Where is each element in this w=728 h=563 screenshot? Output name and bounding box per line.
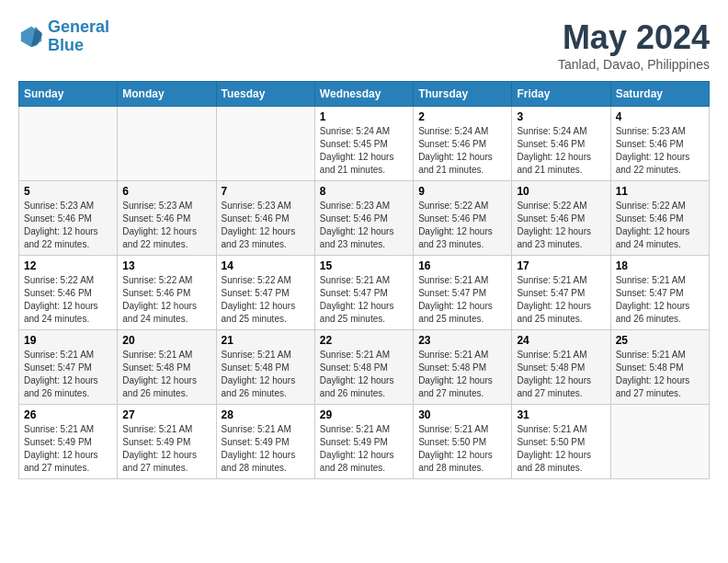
table-row bbox=[216, 107, 314, 181]
day-info: Sunrise: 5:21 AM Sunset: 5:50 PM Dayligh… bbox=[418, 423, 506, 475]
col-sunday: Sunday bbox=[19, 82, 118, 107]
day-number: 14 bbox=[222, 259, 310, 272]
logo-text: General Blue bbox=[48, 18, 109, 55]
table-row: 8Sunrise: 5:23 AM Sunset: 5:46 PM Daylig… bbox=[314, 181, 413, 256]
day-number: 9 bbox=[418, 185, 506, 198]
day-number: 31 bbox=[517, 408, 605, 421]
day-number: 11 bbox=[616, 185, 704, 198]
calendar-week-row: 26Sunrise: 5:21 AM Sunset: 5:49 PM Dayli… bbox=[19, 405, 710, 479]
table-row: 31Sunrise: 5:21 AM Sunset: 5:50 PM Dayli… bbox=[512, 405, 610, 479]
table-row bbox=[19, 107, 118, 181]
table-row: 22Sunrise: 5:21 AM Sunset: 5:48 PM Dayli… bbox=[314, 330, 413, 405]
day-number: 10 bbox=[517, 185, 605, 198]
table-row: 14Sunrise: 5:22 AM Sunset: 5:47 PM Dayli… bbox=[216, 256, 314, 330]
table-row: 28Sunrise: 5:21 AM Sunset: 5:49 PM Dayli… bbox=[216, 405, 314, 479]
day-number: 2 bbox=[418, 110, 506, 123]
title-block: May 2024 Tanlad, Davao, Philippines bbox=[558, 18, 710, 72]
day-number: 5 bbox=[24, 185, 112, 198]
day-info: Sunrise: 5:21 AM Sunset: 5:47 PM Dayligh… bbox=[320, 274, 408, 326]
table-row bbox=[610, 405, 709, 479]
table-row: 7Sunrise: 5:23 AM Sunset: 5:46 PM Daylig… bbox=[216, 181, 314, 256]
day-info: Sunrise: 5:21 AM Sunset: 5:47 PM Dayligh… bbox=[24, 349, 112, 400]
table-row: 23Sunrise: 5:21 AM Sunset: 5:48 PM Dayli… bbox=[414, 330, 512, 405]
col-tuesday: Tuesday bbox=[216, 82, 314, 107]
table-row: 3Sunrise: 5:24 AM Sunset: 5:46 PM Daylig… bbox=[512, 107, 610, 181]
day-info: Sunrise: 5:21 AM Sunset: 5:48 PM Dayligh… bbox=[616, 349, 704, 400]
day-number: 29 bbox=[320, 408, 408, 421]
day-info: Sunrise: 5:21 AM Sunset: 5:49 PM Dayligh… bbox=[122, 423, 210, 475]
day-number: 13 bbox=[122, 259, 210, 272]
day-number: 4 bbox=[616, 110, 704, 123]
day-info: Sunrise: 5:22 AM Sunset: 5:46 PM Dayligh… bbox=[24, 274, 112, 326]
day-number: 8 bbox=[320, 185, 408, 198]
day-info: Sunrise: 5:23 AM Sunset: 5:46 PM Dayligh… bbox=[616, 125, 704, 177]
day-info: Sunrise: 5:21 AM Sunset: 5:48 PM Dayligh… bbox=[122, 349, 210, 400]
col-friday: Friday bbox=[512, 82, 610, 107]
table-row: 13Sunrise: 5:22 AM Sunset: 5:46 PM Dayli… bbox=[118, 256, 216, 330]
day-info: Sunrise: 5:21 AM Sunset: 5:47 PM Dayligh… bbox=[517, 274, 605, 326]
day-info: Sunrise: 5:22 AM Sunset: 5:46 PM Dayligh… bbox=[616, 200, 704, 251]
day-info: Sunrise: 5:21 AM Sunset: 5:48 PM Dayligh… bbox=[517, 349, 605, 400]
calendar-body: 1Sunrise: 5:24 AM Sunset: 5:45 PM Daylig… bbox=[19, 107, 710, 479]
logo: General Blue bbox=[18, 18, 109, 55]
day-number: 18 bbox=[616, 259, 704, 272]
day-info: Sunrise: 5:24 AM Sunset: 5:46 PM Dayligh… bbox=[517, 125, 605, 177]
location-subtitle: Tanlad, Davao, Philippines bbox=[558, 57, 710, 72]
table-row: 30Sunrise: 5:21 AM Sunset: 5:50 PM Dayli… bbox=[414, 405, 512, 479]
day-info: Sunrise: 5:24 AM Sunset: 5:45 PM Dayligh… bbox=[320, 125, 408, 177]
table-row: 1Sunrise: 5:24 AM Sunset: 5:45 PM Daylig… bbox=[314, 107, 413, 181]
calendar-week-row: 1Sunrise: 5:24 AM Sunset: 5:45 PM Daylig… bbox=[19, 107, 710, 181]
col-wednesday: Wednesday bbox=[314, 82, 413, 107]
table-row: 27Sunrise: 5:21 AM Sunset: 5:49 PM Dayli… bbox=[118, 405, 216, 479]
day-number: 1 bbox=[320, 110, 408, 123]
day-number: 25 bbox=[616, 334, 704, 347]
col-monday: Monday bbox=[118, 82, 216, 107]
col-saturday: Saturday bbox=[610, 82, 709, 107]
day-info: Sunrise: 5:22 AM Sunset: 5:46 PM Dayligh… bbox=[418, 200, 506, 251]
calendar-header: Sunday Monday Tuesday Wednesday Thursday… bbox=[19, 82, 710, 107]
day-number: 15 bbox=[320, 259, 408, 272]
logo-icon bbox=[18, 24, 44, 50]
day-number: 6 bbox=[122, 185, 210, 198]
table-row: 29Sunrise: 5:21 AM Sunset: 5:49 PM Dayli… bbox=[314, 405, 413, 479]
logo-line1: General bbox=[48, 17, 109, 36]
day-number: 7 bbox=[222, 185, 310, 198]
day-number: 23 bbox=[418, 334, 506, 347]
day-number: 16 bbox=[418, 259, 506, 272]
table-row: 15Sunrise: 5:21 AM Sunset: 5:47 PM Dayli… bbox=[314, 256, 413, 330]
day-info: Sunrise: 5:23 AM Sunset: 5:46 PM Dayligh… bbox=[24, 200, 112, 251]
table-row: 6Sunrise: 5:23 AM Sunset: 5:46 PM Daylig… bbox=[118, 181, 216, 256]
day-number: 22 bbox=[320, 334, 408, 347]
table-row: 11Sunrise: 5:22 AM Sunset: 5:46 PM Dayli… bbox=[610, 181, 709, 256]
table-row: 17Sunrise: 5:21 AM Sunset: 5:47 PM Dayli… bbox=[512, 256, 610, 330]
calendar-table: Sunday Monday Tuesday Wednesday Thursday… bbox=[18, 81, 710, 479]
table-row: 16Sunrise: 5:21 AM Sunset: 5:47 PM Dayli… bbox=[414, 256, 512, 330]
day-number: 26 bbox=[24, 408, 112, 421]
table-row: 18Sunrise: 5:21 AM Sunset: 5:47 PM Dayli… bbox=[610, 256, 709, 330]
day-info: Sunrise: 5:24 AM Sunset: 5:46 PM Dayligh… bbox=[418, 125, 506, 177]
table-row: 25Sunrise: 5:21 AM Sunset: 5:48 PM Dayli… bbox=[610, 330, 709, 405]
day-info: Sunrise: 5:22 AM Sunset: 5:46 PM Dayligh… bbox=[122, 274, 210, 326]
table-row: 24Sunrise: 5:21 AM Sunset: 5:48 PM Dayli… bbox=[512, 330, 610, 405]
day-number: 17 bbox=[517, 259, 605, 272]
day-info: Sunrise: 5:22 AM Sunset: 5:47 PM Dayligh… bbox=[222, 274, 310, 326]
day-info: Sunrise: 5:23 AM Sunset: 5:46 PM Dayligh… bbox=[222, 200, 310, 251]
day-info: Sunrise: 5:21 AM Sunset: 5:48 PM Dayligh… bbox=[222, 349, 310, 400]
day-info: Sunrise: 5:21 AM Sunset: 5:47 PM Dayligh… bbox=[616, 274, 704, 326]
days-of-week-row: Sunday Monday Tuesday Wednesday Thursday… bbox=[19, 82, 710, 107]
logo-line2: Blue bbox=[48, 36, 84, 54]
day-info: Sunrise: 5:23 AM Sunset: 5:46 PM Dayligh… bbox=[320, 200, 408, 251]
table-row bbox=[118, 107, 216, 181]
day-number: 30 bbox=[418, 408, 506, 421]
table-row: 2Sunrise: 5:24 AM Sunset: 5:46 PM Daylig… bbox=[414, 107, 512, 181]
page-header: General Blue May 2024 Tanlad, Davao, Phi… bbox=[18, 18, 710, 72]
table-row: 26Sunrise: 5:21 AM Sunset: 5:49 PM Dayli… bbox=[19, 405, 118, 479]
day-number: 24 bbox=[517, 334, 605, 347]
month-title: May 2024 bbox=[558, 18, 710, 57]
day-number: 19 bbox=[24, 334, 112, 347]
table-row: 4Sunrise: 5:23 AM Sunset: 5:46 PM Daylig… bbox=[610, 107, 709, 181]
day-info: Sunrise: 5:21 AM Sunset: 5:47 PM Dayligh… bbox=[418, 274, 506, 326]
day-info: Sunrise: 5:21 AM Sunset: 5:48 PM Dayligh… bbox=[418, 349, 506, 400]
day-number: 20 bbox=[122, 334, 210, 347]
day-number: 28 bbox=[222, 408, 310, 421]
